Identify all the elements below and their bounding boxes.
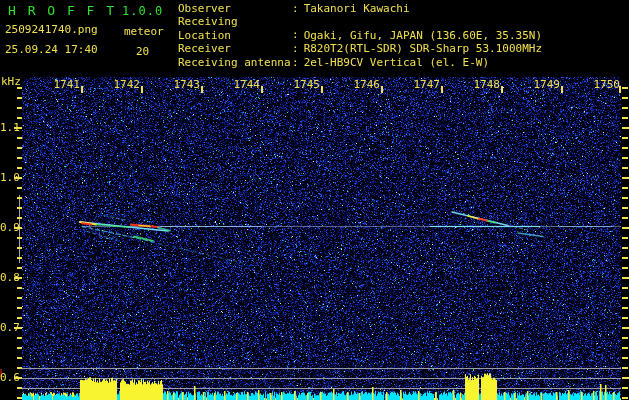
spectrogram-canvas xyxy=(0,0,629,400)
hrofft-screen: H R O F F T 1.0.0 2509241740.png meteor … xyxy=(0,0,629,400)
